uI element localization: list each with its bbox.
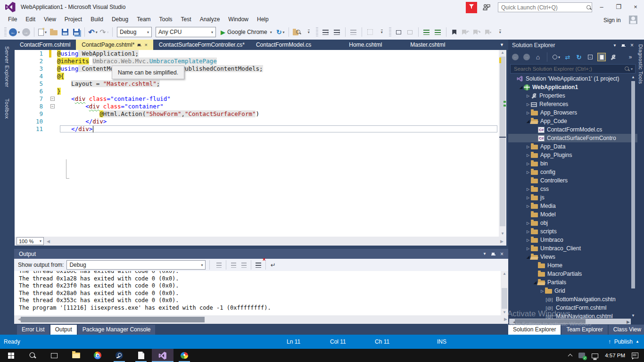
properties-icon[interactable] [609, 53, 617, 61]
tree-item-bin[interactable]: ▷bin [508, 159, 637, 168]
scrollbar-thumb[interactable] [21, 317, 205, 322]
toolbox-vertical-tab[interactable]: Toolbox [4, 94, 10, 123]
document-tab-master-cshtml[interactable]: Master.cshtml [405, 40, 451, 50]
solution-explorer-vertical-scrollbar[interactable]: ▲ ▼ [631, 74, 636, 319]
chevron-down-icon[interactable]: ▼ [500, 42, 504, 47]
collapsed-arrow-icon[interactable]: ▷ [539, 289, 545, 293]
decrease-indent-icon[interactable] [421, 26, 432, 38]
collapsed-arrow-icon[interactable]: ▷ [525, 170, 531, 174]
back-icon[interactable]: ← [511, 53, 520, 61]
tree-item-app-plugins[interactable]: ▷App_Plugins [508, 151, 637, 159]
menu-item-debug[interactable]: Debug [107, 14, 132, 25]
navigate-forward-code-icon[interactable] [405, 26, 415, 38]
attach-process-icon[interactable] [348, 26, 359, 38]
editor-vertical-scrollbar[interactable]: ▲ ▼ [499, 50, 506, 237]
collapsed-arrow-icon[interactable]: ▷ [525, 162, 531, 166]
publish-button[interactable]: Publish [614, 338, 633, 345]
solution-platform-select[interactable]: Any CPU▾ [156, 27, 216, 37]
user-avatar[interactable] [629, 16, 637, 24]
open-file-icon[interactable] [49, 26, 59, 38]
tree-item-umbraco[interactable]: ▷Umbraco [508, 236, 637, 244]
code-line[interactable]: 4@{ [15, 73, 499, 80]
collapsed-arrow-icon[interactable]: ▷ [525, 196, 531, 200]
add-item-icon[interactable]: ↓ [321, 26, 331, 38]
task-view-button[interactable] [43, 349, 65, 362]
action-center-icon[interactable] [632, 353, 638, 358]
save-icon[interactable] [60, 26, 70, 38]
tree-item-js[interactable]: ▷js [508, 193, 637, 202]
tree-item-webapplication1[interactable]: ◢WebApplication1 [508, 83, 637, 91]
collapsed-arrow-icon[interactable]: ▷ [525, 221, 531, 225]
server-explorer-vertical-tab[interactable]: Server Explorer [4, 41, 10, 92]
scroll-right-icon[interactable]: ▶ [500, 239, 504, 244]
fold-collapse-icon[interactable]: − [50, 104, 55, 108]
chrome-icon[interactable] [87, 349, 108, 362]
tree-item-scripts[interactable]: ▷scripts [508, 227, 637, 236]
code-line[interactable]: 3@using ContentModels = Umbraco.Web.Publ… [15, 65, 499, 73]
menu-item-team[interactable]: Team [132, 14, 155, 25]
quick-launch-box[interactable] [498, 2, 592, 12]
file-explorer-icon[interactable] [65, 349, 87, 362]
output-panel-header[interactable]: Output ▼ × [14, 249, 508, 259]
show-all-files-icon[interactable] [597, 53, 606, 61]
tree-item-contactformmodel-cs[interactable]: C#ContactFormModel.cs [508, 125, 637, 134]
tree-item-controllers[interactable]: Controllers [508, 176, 637, 185]
toolbar-overflow-icon[interactable]: ▾ [376, 26, 387, 38]
tree-item-contactsurfaceformcontro[interactable]: C#ContactSurfaceFormContro [508, 134, 637, 142]
window-position-icon[interactable]: ▼ [613, 43, 617, 48]
undo-icon[interactable]: ↶▾ [88, 26, 98, 38]
window-position-icon[interactable]: ▼ [483, 252, 487, 256]
code-line[interactable]: 8− <div class="container" [15, 103, 499, 110]
menu-item-analyze[interactable]: Analyze [196, 14, 224, 25]
breakpoint-grid-icon[interactable] [365, 26, 375, 38]
collapsed-arrow-icon[interactable]: ▷ [525, 238, 531, 242]
scroll-up-icon[interactable]: ▲ [499, 50, 506, 56]
scrollbar-thumb[interactable] [631, 81, 635, 288]
navigate-backward-code-icon[interactable] [394, 26, 404, 38]
start-button[interactable] [0, 349, 22, 362]
notepad-icon[interactable] [130, 349, 152, 362]
document-tab-contactpage-cshtml-[interactable]: ContactPage.cshtml*× [76, 40, 153, 50]
navigate-forward-icon[interactable]: → [21, 26, 31, 38]
code-editor[interactable]: 1@using WebApplication1;2@inherits Umbra… [15, 50, 499, 237]
tree-item-obj[interactable]: ▷obj [508, 219, 637, 227]
add-item-alt-icon[interactable]: ↓ [332, 26, 342, 38]
word-wrap-icon[interactable]: ↵ [268, 259, 278, 271]
tree-item-umbraco-client[interactable]: ▷Umbraco_Client [508, 244, 637, 253]
goto-message-icon[interactable] [214, 259, 224, 271]
menu-item-help[interactable]: Help [253, 14, 273, 25]
document-tab-home-cshtml[interactable]: Home.cshtml [343, 40, 388, 50]
visual-studio-taskbar-icon[interactable] [152, 349, 173, 362]
menu-item-window[interactable]: Window [224, 14, 253, 25]
tree-item-home[interactable]: Home [508, 261, 637, 270]
collapsed-arrow-icon[interactable]: ▷ [525, 111, 531, 115]
close-button[interactable]: × [629, 2, 642, 12]
output-source-select[interactable]: Debug▾ [66, 260, 206, 270]
tree-item-bottomnavigation-cshtn[interactable]: [@]BottomNavigation.cshtn [508, 295, 637, 304]
minimize-button[interactable]: – [595, 2, 608, 12]
close-icon[interactable]: × [630, 42, 634, 49]
panel-tab-package-manager-console[interactable]: Package Manager Console [78, 325, 156, 335]
pin-icon[interactable] [621, 43, 626, 48]
scroll-down-icon[interactable]: ▼ [499, 231, 506, 237]
tree-item-config[interactable]: ▷config [508, 168, 637, 176]
save-all-icon[interactable] [71, 26, 82, 38]
bookmark-icon[interactable] [449, 26, 460, 38]
code-line[interactable]: 9 @Html.Action("ShowForm","ContactSurfac… [15, 110, 499, 118]
solution-explorer-header[interactable]: Solution Explorer ▼ × [508, 40, 637, 51]
close-icon[interactable]: × [500, 251, 504, 257]
tree-item-partials[interactable]: ◢Partials [508, 278, 637, 287]
tree-item-app-browsers[interactable]: ▷App_Browsers [508, 108, 637, 117]
output-horizontal-scrollbar[interactable]: ◀ ▶ [14, 315, 508, 324]
tree-item-css[interactable]: ▷css [508, 185, 637, 193]
toolbar-grip[interactable] [389, 27, 391, 37]
tree-item-app-code[interactable]: ◢App_Code [508, 117, 637, 125]
tree-item-grid[interactable]: ▷Grid [508, 287, 637, 295]
refresh-icon[interactable]: ↻ [575, 53, 583, 61]
navigate-back-icon[interactable]: ←▾ [9, 26, 20, 38]
code-line[interactable]: 10 </div> [15, 118, 499, 125]
solution-explorer-search-input[interactable] [513, 66, 624, 72]
collapsed-arrow-icon[interactable]: ▷ [525, 145, 531, 149]
code-line[interactable]: 7− <div class="container-fluid" [15, 95, 499, 103]
toolbar-overflow-icon[interactable]: » [626, 53, 635, 61]
